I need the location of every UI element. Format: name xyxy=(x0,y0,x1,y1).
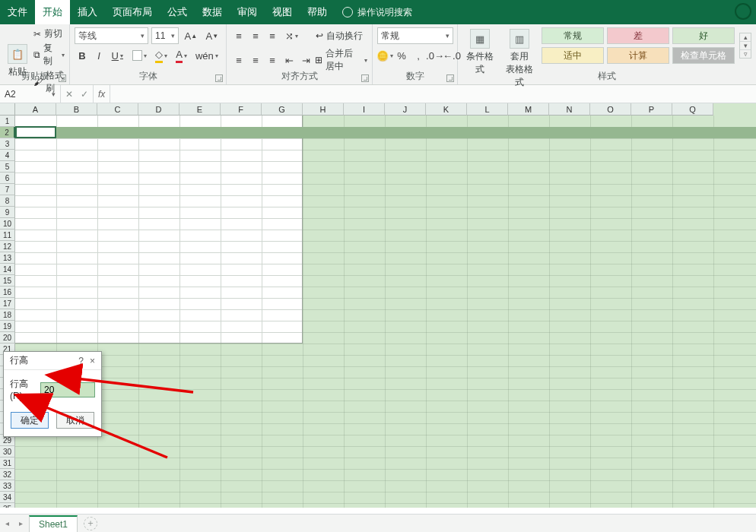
tab-data[interactable]: 数据 xyxy=(195,0,230,24)
col-header-E[interactable]: E xyxy=(179,103,221,116)
col-header-J[interactable]: J xyxy=(385,103,426,116)
row-header-3[interactable]: 3 xyxy=(0,138,15,150)
font-color-button[interactable]: A▾ xyxy=(173,47,191,64)
number-dialog-launcher[interactable] xyxy=(446,74,454,82)
align-top-button[interactable]: ≡ xyxy=(231,27,246,44)
fill-color-button[interactable]: ◇▾ xyxy=(152,47,171,64)
accounting-format-button[interactable]: 🪙▾ xyxy=(377,47,392,64)
row-header-4[interactable]: 4 xyxy=(0,150,15,161)
col-header-G[interactable]: G xyxy=(262,103,303,116)
style-good[interactable]: 好 xyxy=(672,27,735,44)
dialog-close-icon[interactable]: × xyxy=(90,356,95,366)
tab-file[interactable]: 文件 xyxy=(0,0,35,24)
col-header-M[interactable]: M xyxy=(508,103,549,116)
row-header-34[interactable]: 34 xyxy=(0,492,15,503)
font-size-dropdown[interactable]: 11▾ xyxy=(151,27,179,44)
decrease-indent-button[interactable]: ⇤ xyxy=(281,52,297,68)
sheet-nav-next[interactable]: ▸ xyxy=(14,517,27,530)
cancel-edit-icon[interactable]: ✕ xyxy=(65,89,73,100)
col-header-A[interactable]: A xyxy=(15,103,56,116)
align-middle-button[interactable]: ≡ xyxy=(248,27,263,44)
col-header-C[interactable]: C xyxy=(97,103,138,116)
style-neutral[interactable]: 适中 xyxy=(542,47,604,64)
cancel-button[interactable]: 取消 xyxy=(56,412,94,429)
dialog-help-icon[interactable]: ? xyxy=(78,356,84,366)
row-header-7[interactable]: 7 xyxy=(0,184,15,195)
col-header-L[interactable]: L xyxy=(467,103,508,116)
font-dialog-launcher[interactable] xyxy=(215,74,223,82)
font-name-dropdown[interactable]: 等线▾ xyxy=(75,27,148,44)
row-header-15[interactable]: 15 xyxy=(0,275,15,287)
row-height-input[interactable] xyxy=(40,382,95,397)
row-header-6[interactable]: 6 xyxy=(0,173,15,184)
increase-indent-button[interactable]: ⇥ xyxy=(298,52,313,68)
col-header-P[interactable]: P xyxy=(631,103,672,116)
row-header-14[interactable]: 14 xyxy=(0,264,15,275)
row-header-18[interactable]: 18 xyxy=(0,309,15,321)
tab-review[interactable]: 审阅 xyxy=(230,0,265,24)
clipboard-dialog-launcher[interactable] xyxy=(59,74,66,82)
align-right-button[interactable]: ≡ xyxy=(265,52,280,68)
row-header-33[interactable]: 33 xyxy=(0,480,15,492)
row-header-17[interactable]: 17 xyxy=(0,298,15,309)
col-header-H[interactable]: H xyxy=(303,103,344,116)
row-header-31[interactable]: 31 xyxy=(0,458,15,469)
col-header-N[interactable]: N xyxy=(549,103,590,116)
row-header-11[interactable]: 11 xyxy=(0,230,15,241)
borders-button[interactable]: ▾ xyxy=(129,47,151,64)
comma-button[interactable]: , xyxy=(411,47,426,64)
alignment-dialog-launcher[interactable] xyxy=(361,74,369,82)
confirm-edit-icon[interactable]: ✓ xyxy=(81,89,88,100)
number-format-dropdown[interactable]: 常规▾ xyxy=(377,27,453,44)
col-header-D[interactable]: D xyxy=(138,103,179,116)
row-header-30[interactable]: 30 xyxy=(0,446,15,458)
insert-function-button[interactable]: fx xyxy=(94,85,110,103)
tab-page-layout[interactable]: 页面布局 xyxy=(105,0,160,24)
tab-home[interactable]: 开始 xyxy=(35,0,70,24)
row-header-20[interactable]: 20 xyxy=(0,332,15,344)
col-header-F[interactable]: F xyxy=(221,103,262,116)
row-header-12[interactable]: 12 xyxy=(0,241,15,252)
styles-gallery-scroller[interactable]: ▴ ▾ ▿ xyxy=(739,33,751,59)
col-header-B[interactable]: B xyxy=(56,103,97,116)
bold-button[interactable]: B xyxy=(75,47,90,64)
orientation-button[interactable]: ⤭▾ xyxy=(281,27,302,44)
row-header-9[interactable]: 9 xyxy=(0,207,15,218)
tab-help[interactable]: 帮助 xyxy=(300,0,335,24)
row-headers[interactable]: 1234567891011121314151617181920212223242… xyxy=(0,116,15,508)
style-bad[interactable]: 差 xyxy=(607,27,669,44)
italic-button[interactable]: I xyxy=(91,47,106,64)
decrease-font-button[interactable]: A▼ xyxy=(203,27,221,44)
align-bottom-button[interactable]: ≡ xyxy=(265,27,280,44)
column-headers[interactable]: ABCDEFGHIJKLMNOPQ xyxy=(15,103,713,116)
col-header-O[interactable]: O xyxy=(590,103,631,116)
decrease-decimal-button[interactable]: ←.0 xyxy=(444,47,459,64)
row-header-16[interactable]: 16 xyxy=(0,287,15,298)
cut-button[interactable]: ✂剪切 xyxy=(33,27,65,40)
row-header-19[interactable]: 19 xyxy=(0,321,15,332)
gallery-up-icon[interactable]: ▴ xyxy=(740,33,751,42)
row-header-32[interactable]: 32 xyxy=(0,469,15,480)
row-header-13[interactable]: 13 xyxy=(0,252,15,264)
col-header-Q[interactable]: Q xyxy=(672,103,713,116)
sheet-nav-prev[interactable]: ◂ xyxy=(0,517,14,530)
col-header-I[interactable]: I xyxy=(344,103,385,116)
increase-decimal-button[interactable]: .0→ xyxy=(427,47,443,64)
ok-button[interactable]: 确定 xyxy=(11,412,49,429)
style-check-cell[interactable]: 检查单元格 xyxy=(672,47,735,64)
increase-font-button[interactable]: A▲ xyxy=(182,27,200,44)
dialog-titlebar[interactable]: 行高 ? × xyxy=(4,352,101,370)
tab-view[interactable]: 视图 xyxy=(265,0,300,24)
underline-button[interactable]: U▾ xyxy=(108,47,127,64)
style-calculation[interactable]: 计算 xyxy=(607,47,669,64)
gallery-more-icon[interactable]: ▿ xyxy=(740,50,751,58)
align-center-button[interactable]: ≡ xyxy=(248,52,263,68)
row-header-2[interactable]: 2 xyxy=(0,127,15,138)
row-header-5[interactable]: 5 xyxy=(0,161,15,173)
tab-insert[interactable]: 插入 xyxy=(70,0,105,24)
row-header-8[interactable]: 8 xyxy=(0,195,15,207)
align-left-button[interactable]: ≡ xyxy=(231,52,246,68)
percent-button[interactable]: % xyxy=(394,47,409,64)
sheet-tab-sheet1[interactable]: Sheet1 xyxy=(29,515,78,532)
ribbon-collapse-icon[interactable] xyxy=(735,3,751,20)
